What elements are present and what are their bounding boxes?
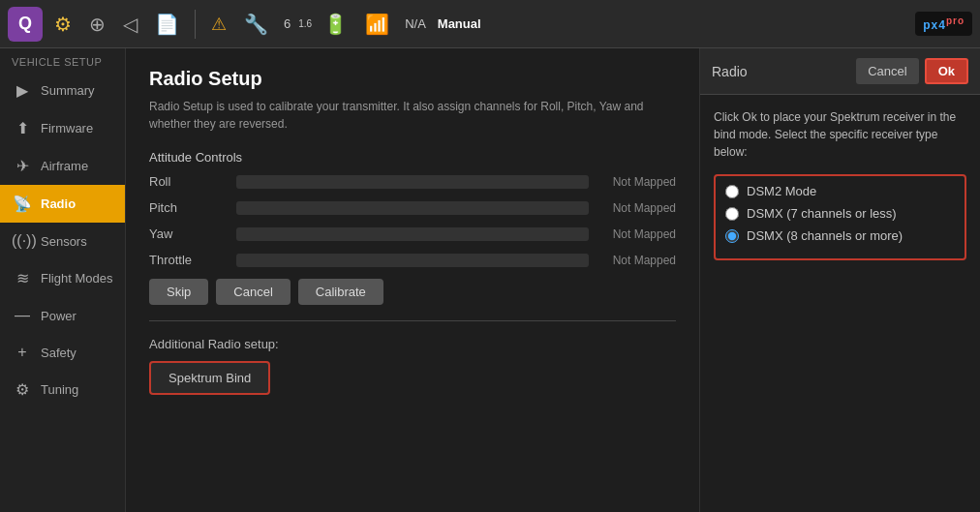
- separator: [149, 320, 676, 321]
- settings-icon[interactable]: ⚙: [48, 9, 77, 40]
- airframe-icon: ✈: [12, 157, 33, 175]
- dsmx8-radio[interactable]: [725, 229, 739, 243]
- throttle-bar: [236, 254, 589, 267]
- page-title: Radio Setup: [149, 68, 676, 90]
- right-panel-description: Click Ok to place your Spektrum receiver…: [714, 108, 966, 161]
- sidebar-item-label: Tuning: [41, 382, 78, 397]
- page-description: Radio Setup is used to calibrate your tr…: [149, 98, 676, 133]
- right-panel-actions: Cancel Ok: [856, 58, 968, 84]
- document-icon[interactable]: 📄: [149, 9, 185, 40]
- dsm2-label: DSM2 Mode: [747, 184, 816, 198]
- sidebar-item-airframe[interactable]: ✈ Airframe: [0, 147, 125, 185]
- roll-label: Roll: [149, 174, 236, 189]
- send-icon[interactable]: ◁: [117, 9, 143, 40]
- app-logo[interactable]: Q: [8, 7, 43, 42]
- right-panel-header: Radio Cancel Ok: [700, 48, 980, 95]
- yaw-bar: [236, 227, 589, 241]
- sidebar-section-header: Vehicle Setup: [0, 48, 125, 72]
- dsmx7-label: DSMX (7 channels or less): [747, 206, 897, 221]
- sensors-icon: ((·)): [12, 232, 33, 250]
- control-row-roll: Roll Not Mapped: [149, 174, 676, 189]
- right-panel-body: Click Ok to place your Spektrum receiver…: [700, 95, 980, 512]
- warning-icon[interactable]: ⚠: [205, 10, 232, 39]
- radio-option-dsmx7[interactable]: DSMX (7 channels or less): [725, 206, 955, 221]
- flight-modes-icon: ≋: [12, 269, 33, 287]
- sidebar-item-label: Summary: [41, 83, 95, 98]
- sidebar-item-label: Safety: [41, 346, 77, 360]
- firmware-icon: ⬆: [12, 119, 33, 137]
- content-area: Radio Setup Radio Setup is used to calib…: [126, 48, 699, 512]
- cancel-button[interactable]: Cancel: [216, 279, 290, 305]
- right-panel-ok-button[interactable]: Ok: [925, 58, 968, 84]
- control-row-throttle: Throttle Not Mapped: [149, 253, 676, 267]
- sidebar-item-radio[interactable]: 📡 Radio: [0, 185, 125, 223]
- attitude-controls-label: Attitude Controls: [149, 150, 676, 165]
- radio-option-dsm2[interactable]: DSM2 Mode: [725, 184, 955, 198]
- sidebar-item-label: Radio: [41, 196, 76, 211]
- mode-label: Manual: [438, 16, 481, 31]
- button-row: Skip Cancel Calibrate: [149, 279, 676, 305]
- summary-icon: ▶: [12, 81, 33, 100]
- roll-bar: [236, 175, 589, 189]
- status-count: 6 1.6: [284, 16, 312, 31]
- brand-logo: px4pro: [915, 12, 972, 36]
- sidebar-item-flight-modes[interactable]: ≋ Flight Modes: [0, 259, 125, 297]
- dsm2-radio[interactable]: [725, 185, 739, 198]
- wrench-icon[interactable]: 🔧: [238, 9, 274, 40]
- yaw-value: Not Mapped: [598, 227, 676, 241]
- sidebar-item-summary[interactable]: ▶ Summary: [0, 72, 125, 109]
- radio-icon: 📡: [12, 195, 33, 213]
- sidebar-item-label: Airframe: [41, 159, 88, 173]
- top-bar: Q ⚙ ⊕ ◁ 📄 ⚠ 🔧 6 1.6 🔋 📶 N/A Manual px4pr…: [0, 0, 980, 48]
- radio-options-group: DSM2 Mode DSMX (7 channels or less) DSMX…: [714, 174, 966, 260]
- yaw-label: Yaw: [149, 226, 236, 241]
- main-layout: Vehicle Setup ▶ Summary ⬆ Firmware ✈ Air…: [0, 48, 980, 512]
- signal-icon: 📶: [359, 9, 395, 40]
- radio-option-dsmx8[interactable]: DSMX (8 channels or more): [725, 228, 955, 243]
- dsmx7-radio[interactable]: [725, 207, 739, 221]
- sidebar-item-sensors[interactable]: ((·)) Sensors: [0, 223, 125, 259]
- control-row-pitch: Pitch Not Mapped: [149, 200, 676, 215]
- right-panel: Radio Cancel Ok Click Ok to place your S…: [699, 48, 980, 512]
- sidebar-item-firmware[interactable]: ⬆ Firmware: [0, 109, 125, 147]
- sidebar-item-label: Power: [41, 309, 77, 323]
- dsmx8-label: DSMX (8 channels or more): [747, 228, 903, 243]
- divider1: [195, 10, 196, 39]
- sidebar-item-power[interactable]: — Power: [0, 297, 125, 334]
- pitch-label: Pitch: [149, 200, 236, 215]
- right-panel-cancel-button[interactable]: Cancel: [856, 58, 918, 84]
- control-row-yaw: Yaw Not Mapped: [149, 226, 676, 241]
- right-panel-title: Radio: [712, 64, 748, 79]
- pitch-value: Not Mapped: [598, 201, 676, 215]
- safety-icon: +: [12, 344, 33, 361]
- tuning-icon: ⚙: [12, 380, 33, 399]
- sidebar-item-label: Flight Modes: [41, 271, 112, 286]
- sidebar-item-tuning[interactable]: ⚙ Tuning: [0, 371, 125, 408]
- additional-label: Additional Radio setup:: [149, 337, 676, 351]
- calibrate-button[interactable]: Calibrate: [298, 279, 383, 305]
- sidebar-item-safety[interactable]: + Safety: [0, 334, 125, 371]
- spektrum-bind-button[interactable]: Spektrum Bind: [149, 361, 270, 395]
- battery-label: N/A: [405, 16, 426, 31]
- location-icon[interactable]: ⊕: [83, 9, 111, 40]
- throttle-label: Throttle: [149, 253, 236, 267]
- roll-value: Not Mapped: [598, 175, 676, 189]
- sidebar-item-label: Sensors: [41, 234, 87, 249]
- skip-button[interactable]: Skip: [149, 279, 208, 305]
- sidebar-item-label: Firmware: [41, 121, 93, 136]
- throttle-value: Not Mapped: [598, 254, 676, 267]
- power-icon: —: [12, 307, 33, 324]
- pitch-bar: [236, 201, 589, 215]
- sidebar: Vehicle Setup ▶ Summary ⬆ Firmware ✈ Air…: [0, 48, 126, 512]
- battery-icon: 🔋: [318, 9, 353, 40]
